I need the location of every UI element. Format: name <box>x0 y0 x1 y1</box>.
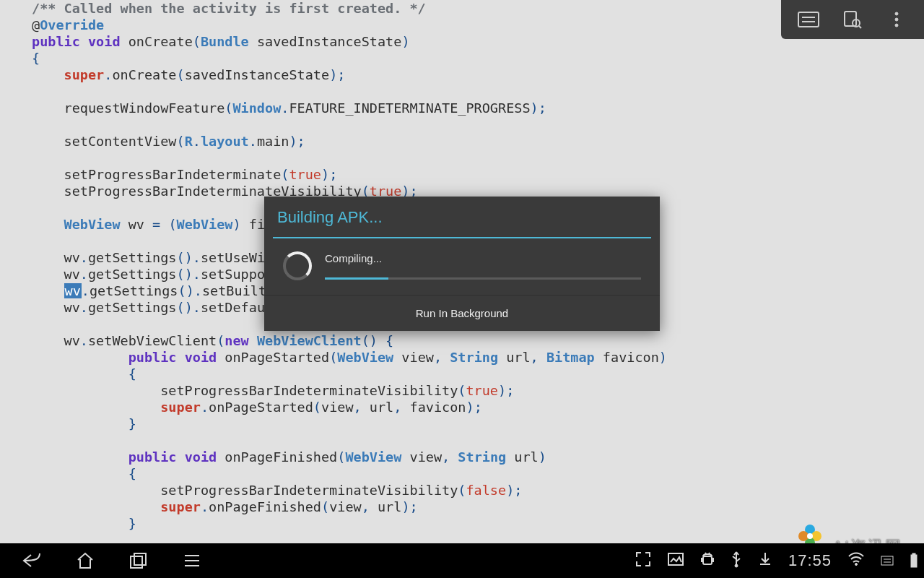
back-button[interactable] <box>17 546 46 575</box>
fullscreen-icon[interactable] <box>635 551 651 570</box>
keyboard-status-icon <box>881 556 894 566</box>
svg-rect-25 <box>881 556 893 565</box>
build-dialog: Building APK... Compiling... Run In Back… <box>264 197 660 331</box>
dialog-status: Compiling... <box>325 252 641 264</box>
svg-point-6 <box>895 12 898 15</box>
screenshot-icon[interactable] <box>667 552 684 569</box>
menu-button[interactable] <box>178 546 206 575</box>
editor-toolbar <box>781 0 924 39</box>
progress-bar-fill <box>325 277 388 280</box>
recents-button[interactable] <box>124 546 153 575</box>
run-in-background-button[interactable]: Run In Background <box>264 295 660 331</box>
svg-point-13 <box>807 533 813 539</box>
home-button[interactable] <box>71 546 100 575</box>
svg-point-12 <box>798 531 808 541</box>
overflow-icon[interactable] <box>882 5 911 34</box>
svg-rect-28 <box>911 555 917 567</box>
svg-rect-29 <box>912 553 915 555</box>
svg-rect-20 <box>703 556 712 564</box>
download-icon[interactable] <box>758 551 772 570</box>
svg-rect-0 <box>798 12 819 27</box>
svg-rect-3 <box>845 12 856 26</box>
system-navbar: 17:55 <box>0 543 924 578</box>
svg-line-5 <box>859 26 861 28</box>
wifi-icon <box>847 552 865 569</box>
svg-point-24 <box>855 564 858 566</box>
usb-icon[interactable] <box>731 551 742 571</box>
svg-point-23 <box>735 564 738 567</box>
android-icon[interactable] <box>700 551 715 570</box>
status-clock: 17:55 <box>788 551 832 570</box>
keyboard-icon[interactable] <box>794 5 823 34</box>
svg-point-8 <box>895 24 898 27</box>
svg-rect-15 <box>134 553 146 565</box>
preview-icon[interactable] <box>838 5 867 34</box>
spinner-icon <box>283 251 312 280</box>
battery-icon <box>910 553 918 569</box>
svg-rect-14 <box>131 556 142 568</box>
dialog-title: Building APK... <box>264 197 660 237</box>
svg-point-7 <box>895 18 898 21</box>
progress-bar <box>325 277 641 280</box>
